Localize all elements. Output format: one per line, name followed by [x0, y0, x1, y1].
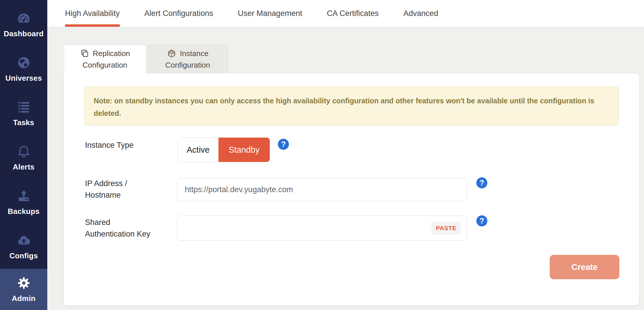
subtab-label-line: Instance: [180, 48, 208, 59]
question-circle-icon[interactable]: ?: [476, 177, 487, 188]
subtab-replication-configuration[interactable]: Replication Configuration: [64, 45, 146, 73]
shared-key-label-line1: Shared: [85, 217, 150, 228]
copy-icon: [80, 49, 89, 58]
standby-note-banner: Note: on standby instances you can only …: [84, 86, 619, 125]
sidebar-item-tasks[interactable]: Tasks: [0, 91, 47, 136]
sidebar-item-backups[interactable]: Backups: [0, 180, 47, 224]
sidebar-item-label: Universes: [5, 74, 42, 83]
sidebar-item-admin[interactable]: Admin: [0, 269, 47, 310]
ha-config-panel: Note: on standby instances you can only …: [64, 73, 639, 305]
create-button[interactable]: Create: [550, 255, 619, 279]
sidebar-item-label: Dashboard: [4, 29, 44, 38]
subtab-instance-configuration[interactable]: Instance Configuration: [147, 45, 228, 73]
gear-icon: [17, 276, 31, 290]
sidebar-item-alerts[interactable]: Alerts: [0, 136, 47, 180]
instance-type-toggle: Active Standby: [178, 138, 270, 162]
top-tab-bar: High Availability Alert Configurations U…: [47, 0, 644, 27]
question-circle-icon[interactable]: ?: [476, 215, 487, 226]
ip-address-label-line1: IP Address /: [85, 178, 127, 189]
tab-user-management[interactable]: User Management: [238, 0, 302, 27]
instance-type-label: Instance Type: [85, 139, 134, 151]
cube-icon: [167, 49, 176, 58]
shared-key-label: Shared Authentication Key: [85, 217, 150, 240]
sidebar-item-configs[interactable]: Configs: [0, 224, 47, 269]
toggle-option-standby[interactable]: Standby: [218, 138, 270, 162]
sidebar: Dashboard Universes: [0, 0, 47, 310]
shared-key-input[interactable]: [177, 216, 467, 241]
sidebar-item-label: Configs: [9, 251, 38, 260]
cloud-upload-icon: [17, 233, 31, 248]
globe-icon: [17, 55, 31, 70]
sidebar-item-label: Tasks: [13, 118, 34, 127]
sidebar-item-label: Backups: [8, 207, 40, 216]
tab-high-availability[interactable]: High Availability: [65, 0, 120, 27]
app-root: Dashboard Universes: [0, 0, 644, 310]
ip-address-input[interactable]: [177, 178, 467, 201]
sidebar-item-universes[interactable]: Universes: [0, 47, 47, 91]
sidebar-item-dashboard[interactable]: Dashboard: [0, 2, 47, 47]
subtab-label-line: Replication: [93, 48, 130, 59]
paste-button[interactable]: PASTE: [432, 221, 461, 235]
shared-key-label-line2: Authentication Key: [85, 228, 150, 240]
subtab-label-line: Configuration: [165, 59, 210, 71]
sidebar-item-label: Admin: [12, 294, 36, 303]
toggle-option-active[interactable]: Active: [178, 138, 218, 162]
gauge-icon: [17, 11, 31, 26]
tab-ca-certificates[interactable]: CA Certificates: [327, 0, 379, 27]
task-list-icon: [17, 100, 31, 114]
backup-upload-icon: [17, 189, 31, 203]
subtab-label-line: Configuration: [82, 59, 127, 71]
bell-icon: [17, 144, 31, 159]
question-circle-icon[interactable]: ?: [278, 139, 289, 150]
tab-alert-configurations[interactable]: Alert Configurations: [144, 0, 213, 27]
ip-address-label-line2: Hostname: [85, 189, 127, 201]
ip-address-label: IP Address / Hostname: [85, 178, 127, 201]
sidebar-item-label: Alerts: [13, 163, 35, 172]
tab-advanced[interactable]: Advanced: [403, 0, 438, 27]
